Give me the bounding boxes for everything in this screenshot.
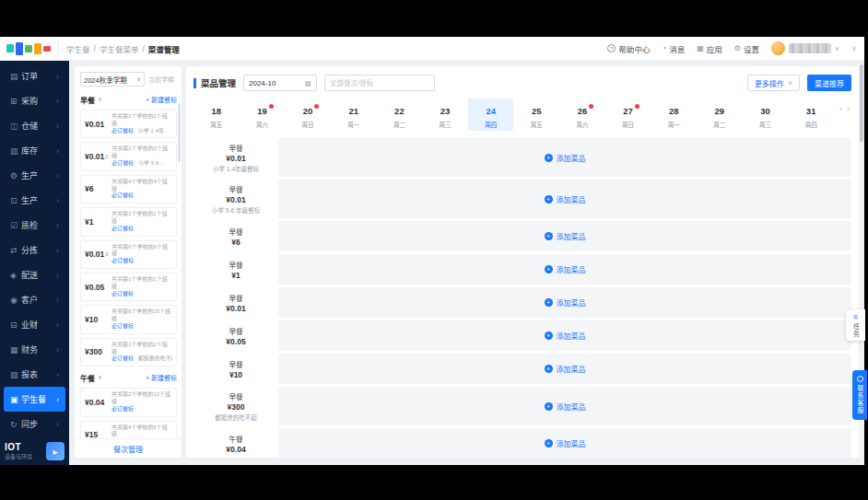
calendar-day-cell[interactable]: 21 周一: [331, 99, 377, 131]
sidebar-item[interactable]: ⇄ 分拣 ›: [4, 238, 65, 262]
calendar-day-number: 23: [440, 107, 451, 116]
panel-scrollbar[interactable]: [178, 103, 181, 162]
sidebar-item[interactable]: ⊡ 生产 ›: [4, 188, 65, 213]
add-dish-button[interactable]: + 添加菜品: [545, 231, 586, 241]
meal-standard-card[interactable]: ¥0.05 共关联1个学校的1个班级 必订餐标: [80, 273, 177, 301]
calendar-day-cell[interactable]: 31 周四: [788, 99, 834, 131]
sidebar-item[interactable]: ↻ 同步 ›: [4, 412, 65, 436]
user-menu[interactable]: ∨: [771, 41, 839, 55]
standard-info: 共关联1个学校的2个班级 必订餐标 都挺贵的吃不起: [111, 342, 172, 363]
standard-type-link[interactable]: 必订餐标: [111, 406, 134, 412]
meal-standard-card[interactable]: ¥0.01 共关联2个学校的2个班级 必订餐标 小学 1-4年…: [80, 110, 177, 138]
add-dish-label: 添加菜品: [557, 331, 586, 341]
meal-name: 午餐: [229, 434, 243, 444]
breadcrumb-item[interactable]: 学生餐菜单: [100, 43, 139, 54]
brand: IOT 设备与环境: [5, 443, 32, 459]
settings-button[interactable]: ⚙ 设置: [734, 43, 759, 54]
meal-name: 早餐: [229, 184, 243, 194]
standard-type-link[interactable]: 必订餐标: [111, 192, 134, 198]
meal-standard-card[interactable]: ¥1 共关联1个学校的1个班级 必订餐标: [80, 207, 177, 236]
sidebar-item[interactable]: ◫ 仓储 ›: [4, 113, 65, 138]
calendar-weekday: 周六: [559, 120, 605, 129]
calendar-day-cell[interactable]: 23 周三: [422, 99, 468, 131]
contact-support-button[interactable]: 联系客服: [852, 370, 867, 420]
standard-type-link[interactable]: 必订餐标: [111, 291, 134, 297]
add-dish-button[interactable]: + 添加菜品: [545, 364, 586, 374]
sidebar-item[interactable]: ⊟ 业财 ›: [4, 312, 65, 337]
calendar-day-cell[interactable]: 20 周日: [285, 99, 331, 131]
sidebar-item[interactable]: ▣ 学生餐 ›: [4, 387, 65, 412]
tasks-floating-button[interactable]: ≡ 任务: [846, 309, 865, 341]
standard-type-link[interactable]: 必订餐标: [111, 226, 134, 231]
calendar-day-cell[interactable]: 30 周三: [743, 99, 789, 131]
sidebar-item[interactable]: ☑ 质检 ›: [4, 213, 65, 238]
sidebar-item[interactable]: ⚙ 生产 ›: [4, 163, 65, 188]
meal-times-link[interactable]: 餐次管理: [75, 438, 182, 458]
sidebar-item[interactable]: ◈ 配送 ›: [4, 262, 65, 287]
sidebar-item[interactable]: ▦ 财务 ›: [4, 337, 65, 362]
meal-filter-input[interactable]: [330, 79, 429, 87]
add-dish-label: 添加菜品: [557, 153, 586, 163]
meal-standard-card[interactable]: ¥6 共关联4个学校的4个班级 必订餐标: [80, 175, 177, 203]
add-dish-button[interactable]: + 添加菜品: [545, 438, 586, 448]
apps-button[interactable]: ▦ 应用: [697, 43, 722, 54]
standard-type-link[interactable]: 必订餐标: [111, 160, 134, 166]
collapse-caret-icon[interactable]: ∨: [851, 44, 857, 52]
chevron-right-icon: ›: [56, 246, 59, 255]
add-dish-button[interactable]: + 添加菜品: [545, 401, 586, 412]
calendar-day-cell[interactable]: 29 周二: [697, 99, 743, 131]
calendar-day-cell[interactable]: 18 周五: [194, 99, 240, 131]
meal-standard-card[interactable]: ¥0.012 共关联2个学校的2个班级 必订餐标 小学 5-6…: [80, 142, 177, 170]
section-title: 早餐: [80, 95, 95, 105]
apps-label: 应用: [707, 43, 722, 54]
standard-price: ¥0.05: [85, 276, 108, 297]
prev-icon[interactable]: ‹: [839, 104, 842, 113]
section-toggle[interactable]: 午餐 ∧: [80, 373, 102, 383]
section-toggle[interactable]: 早餐 ∧: [80, 95, 102, 105]
calendar-day-cell[interactable]: 19 周六: [240, 99, 286, 131]
calendar-day-cell[interactable]: 27 周日: [605, 99, 651, 131]
meal-price: ¥0.05: [226, 337, 245, 346]
calendar-day-cell[interactable]: 24 周四: [468, 99, 514, 131]
standard-links: 必订餐标: [111, 406, 172, 413]
more-actions-button[interactable]: 更多操作 ∨: [747, 75, 800, 91]
standard-type-link[interactable]: 必订餐标: [111, 128, 134, 134]
new-standard-link[interactable]: + 新建餐标: [146, 373, 177, 382]
meal-standard-card[interactable]: ¥0.013 共关联0个学校的0个班级 必订餐标: [80, 240, 177, 269]
next-icon[interactable]: ›: [847, 104, 850, 113]
dish-row: 早餐 ¥0.01 小学 5-6 年级餐标 + 添加菜品: [194, 180, 851, 218]
new-standard-link[interactable]: + 新建餐标: [146, 95, 177, 104]
month-picker[interactable]: 2024-10 ▦: [243, 75, 317, 91]
add-dish-button[interactable]: + 添加菜品: [545, 264, 586, 274]
standard-price: ¥10: [85, 308, 108, 330]
help-center-button[interactable]: ? 帮助中心: [607, 43, 650, 54]
add-dish-button[interactable]: + 添加菜品: [545, 194, 586, 204]
meal-standard-card[interactable]: ¥10 共关联6个学校的15个班级 必订餐标: [80, 305, 177, 333]
standard-type-link[interactable]: 必订餐标: [111, 258, 134, 263]
scrollbar-thumb[interactable]: [860, 64, 863, 142]
add-dish-button[interactable]: + 添加菜品: [545, 153, 586, 163]
meal-standard-card[interactable]: ¥300 共关联1个学校的2个班级 必订餐标 都挺贵的吃不起: [80, 338, 177, 366]
sidebar-item[interactable]: ⊞ 采购 ›: [4, 88, 65, 113]
calendar-day-cell[interactable]: 25 周五: [513, 99, 559, 131]
standard-type-link[interactable]: 必订餐标: [111, 355, 134, 361]
add-dish-button[interactable]: + 添加菜品: [545, 297, 586, 308]
sidebar-item[interactable]: ▤ 订单 ›: [4, 64, 65, 88]
sidebar-item[interactable]: ▥ 库存 ›: [4, 138, 65, 163]
calendar-day-cell[interactable]: 22 周二: [377, 99, 423, 131]
standard-type-link[interactable]: 必订餐标: [111, 323, 134, 329]
dish-slot: + 添加菜品: [278, 428, 851, 458]
sidebar-item[interactable]: ◉ 客户 ›: [4, 287, 65, 312]
recipe-recommend-button[interactable]: 菜谱推荐: [807, 75, 851, 91]
breadcrumb-item[interactable]: 学生餐: [66, 43, 90, 54]
support-chat-icon[interactable]: ▸: [46, 442, 65, 460]
meal-standard-card[interactable]: ¥0.04 共关联2个学校的12个班级 必订餐标: [80, 388, 177, 416]
semester-select[interactable]: 2024秋季学期 ∨: [80, 72, 145, 87]
add-dish-button[interactable]: + 添加菜品: [545, 331, 586, 341]
calendar-weekday: 周一: [651, 120, 697, 129]
standards-section-header: 午餐 ∧ + 新建餐标: [80, 370, 177, 385]
messages-button[interactable]: ◔ 消息: [662, 43, 685, 54]
calendar-day-cell[interactable]: 28 周一: [651, 99, 697, 131]
calendar-day-cell[interactable]: 26 周六: [559, 99, 605, 131]
sidebar-item[interactable]: ▧ 报表 ›: [4, 362, 65, 387]
